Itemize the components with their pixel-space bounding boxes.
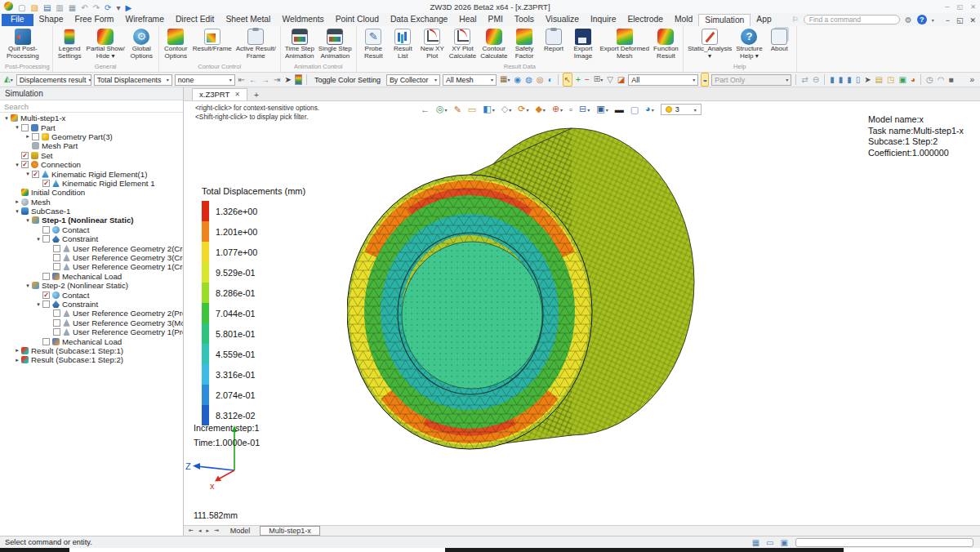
first-frame-button[interactable]: ⇤ bbox=[238, 73, 246, 86]
prev-sheet-button[interactable]: ◂ bbox=[197, 528, 203, 534]
doc-close-button[interactable]: ✕ bbox=[969, 16, 976, 24]
tree-search-input[interactable] bbox=[0, 100, 183, 113]
report-button[interactable]: Report bbox=[539, 28, 568, 53]
checkbox[interactable]: ✓ bbox=[32, 171, 39, 178]
color-legend-button[interactable] bbox=[295, 74, 302, 85]
result-display-button[interactable]: ◭▾ bbox=[3, 73, 14, 87]
checkbox[interactable] bbox=[32, 133, 39, 140]
print-button[interactable]: ▥ bbox=[56, 3, 63, 12]
box-zoom-button[interactable]: ▭ bbox=[468, 104, 476, 115]
expand-icon[interactable]: ▸ bbox=[24, 133, 32, 140]
checkbox[interactable] bbox=[53, 254, 60, 261]
checkbox[interactable]: ✓ bbox=[21, 152, 29, 159]
wireframe-button[interactable]: ◇▾ bbox=[501, 103, 511, 116]
toggle-color-setting-button[interactable]: Toggle Color Setting bbox=[311, 76, 384, 84]
stop-button[interactable]: ■ bbox=[947, 73, 954, 86]
menu-point-cloud[interactable]: Point Cloud bbox=[330, 14, 385, 26]
tree-item-contact[interactable]: Contact bbox=[0, 225, 183, 234]
collapse-icon[interactable]: ▾ bbox=[2, 115, 11, 122]
new-file-button[interactable]: ▢ bbox=[18, 3, 25, 12]
expand-icon[interactable]: ▸ bbox=[13, 357, 21, 363]
pointer-mode-button[interactable]: ➤ bbox=[863, 73, 871, 86]
capture-image-button[interactable]: ▣ bbox=[898, 73, 907, 86]
document-tab[interactable]: x.Z3PRT ✕ bbox=[192, 88, 247, 100]
open-file-button[interactable]: ▨ bbox=[30, 3, 38, 12]
print-preview-button[interactable]: ▦ bbox=[69, 3, 76, 12]
align-left-button[interactable]: ▮ bbox=[829, 73, 835, 86]
tree-item-mesh-part[interactable]: Mesh Part bbox=[0, 141, 183, 150]
tree-item-user-reference-geometry-2-created[interactable]: User Reference Geometry 2(Created) bbox=[0, 243, 183, 252]
collapse-icon[interactable]: ▾ bbox=[13, 124, 21, 131]
tree-item-user-reference-geometry-3-modified[interactable]: User Reference Geometry 3(Modified) bbox=[0, 318, 183, 327]
menu-tools[interactable]: Tools bbox=[509, 14, 540, 26]
quit-post-button[interactable]: Quit Post- Processing bbox=[5, 28, 41, 60]
first-sheet-button[interactable]: ⇤ bbox=[187, 528, 195, 534]
align-top-button[interactable]: ▯ bbox=[855, 73, 862, 86]
tree-item-contact[interactable]: ✓Contact bbox=[0, 290, 183, 299]
result-component-select[interactable]: Total Displacements▾ bbox=[94, 74, 172, 86]
export-button[interactable]: Export Image bbox=[568, 28, 597, 60]
window-minimize-button[interactable]: ─ bbox=[945, 3, 950, 11]
scope-globe-button[interactable]: ◒ bbox=[701, 73, 709, 87]
checkbox[interactable] bbox=[42, 338, 50, 345]
menu-app[interactable]: App bbox=[751, 14, 777, 26]
tree-item-result-subcase-1-step-2[interactable]: ▸Result (Subcase:1 Step:2) bbox=[0, 355, 183, 364]
status-input[interactable] bbox=[795, 538, 973, 547]
prev-frame-button[interactable]: ← bbox=[248, 73, 258, 86]
section-view-button[interactable]: ◍ bbox=[524, 73, 533, 86]
menu-sheet-metal[interactable]: Sheet Metal bbox=[220, 14, 276, 26]
resume-button[interactable]: ▶ bbox=[125, 3, 131, 12]
tab-close-icon[interactable]: ✕ bbox=[234, 91, 240, 98]
probe-marker-button[interactable]: ◎ bbox=[536, 73, 545, 86]
static-analysis-button[interactable]: Static_Analysis ▾ bbox=[686, 28, 733, 60]
polygon-select-button[interactable]: ▽ bbox=[606, 73, 614, 86]
xy-plot-button[interactable]: XY Plot Calculate bbox=[448, 28, 478, 60]
sync-views-button[interactable]: ⇄ bbox=[800, 73, 808, 86]
help-icon[interactable]: ? bbox=[917, 15, 927, 24]
tree-item-set[interactable]: ✓Set bbox=[0, 151, 183, 160]
checkbox[interactable] bbox=[42, 273, 50, 280]
expand-icon[interactable]: ▸ bbox=[13, 347, 21, 354]
pin-ribbon-icon[interactable]: ⚐ bbox=[792, 16, 799, 24]
clip-plane-button[interactable]: ⊟▾ bbox=[579, 103, 590, 116]
zoom-target-button[interactable]: ⊕▾ bbox=[552, 103, 563, 116]
tree-item-subcase-1[interactable]: ▾SubCase-1 bbox=[0, 207, 183, 216]
menu-pmi[interactable]: PMI bbox=[483, 14, 509, 26]
tree-item-constraint[interactable]: ▾Constraint bbox=[0, 234, 183, 243]
sheet-tab-model[interactable]: Model bbox=[222, 527, 259, 535]
collapse-icon[interactable]: ▾ bbox=[13, 208, 21, 215]
tree-item-mesh[interactable]: ▸Mesh bbox=[0, 198, 183, 207]
align-right-button[interactable]: ▮ bbox=[846, 73, 853, 86]
remove-selection-button[interactable]: − bbox=[584, 73, 590, 86]
expand-icon[interactable]: ▸ bbox=[13, 198, 21, 205]
regen-button[interactable]: ⟳ bbox=[105, 3, 111, 12]
lasso-button[interactable]: ◠ bbox=[937, 73, 946, 86]
next-frame-button[interactable]: → bbox=[261, 73, 270, 86]
axis-triad[interactable]: Z x bbox=[184, 425, 274, 494]
checkbox[interactable] bbox=[53, 263, 60, 270]
menu-visualize[interactable]: Visualize bbox=[540, 14, 585, 26]
new-tab-button[interactable]: + bbox=[247, 91, 265, 100]
active-result-button[interactable]: Active Result/ Frame bbox=[234, 28, 278, 60]
contour-button[interactable]: Contour Calculate bbox=[479, 28, 509, 60]
filter-chart-button[interactable]: ◪ bbox=[617, 73, 626, 86]
menu-free-form[interactable]: Free Form bbox=[69, 14, 119, 26]
checkbox[interactable] bbox=[53, 319, 60, 327]
function-button[interactable]: Function Result bbox=[652, 28, 680, 60]
window-select-button[interactable]: ⊞▾ bbox=[593, 73, 604, 87]
save-button[interactable]: ▤ bbox=[43, 3, 51, 12]
collapse-icon[interactable]: ▾ bbox=[34, 301, 42, 308]
contour-button[interactable]: Contour Options bbox=[162, 28, 190, 60]
add-selection-button[interactable]: + bbox=[575, 73, 581, 86]
checkbox[interactable] bbox=[42, 235, 50, 243]
tree-item-mechanical-load[interactable]: Mechanical Load bbox=[0, 336, 183, 345]
pick-filter-button[interactable]: ↖ bbox=[563, 73, 572, 87]
menu-mold[interactable]: Mold bbox=[669, 14, 698, 26]
entity-filter-select[interactable]: All▾ bbox=[628, 74, 698, 86]
compare-result-button[interactable]: ◐ bbox=[547, 73, 554, 86]
toggle-manager-panel-button[interactable]: ▦ bbox=[752, 538, 760, 547]
single-step-button[interactable]: Single Step Animation bbox=[317, 28, 354, 60]
global-button[interactable]: Global Options bbox=[127, 28, 156, 60]
tree-item-initial-condition[interactable]: Initial Condition bbox=[0, 188, 183, 197]
checkbox[interactable]: ✓ bbox=[42, 292, 50, 299]
